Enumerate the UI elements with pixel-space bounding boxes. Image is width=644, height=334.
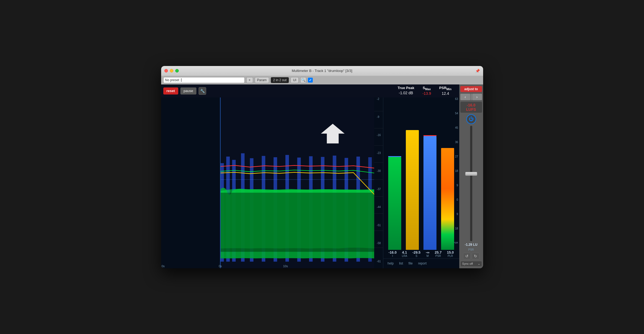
preset-label: No preset (165, 78, 179, 82)
prev-arrow-button[interactable]: ‹ (460, 94, 470, 100)
meters-bars: 63 54 45 36 27 18 9 0 9 18 PSR (383, 97, 459, 250)
preset-select[interactable]: No preset ▲▼ (163, 77, 245, 83)
bar-PLR (441, 148, 454, 250)
val-LRA-number: 4.1 (402, 250, 407, 254)
titlebar: Multimeter B - Track 1 "drumloop" [3/3] … (161, 66, 483, 76)
minimize-button[interactable] (170, 69, 173, 73)
meter-bar-LRA (406, 100, 419, 250)
nav-divider (471, 94, 471, 100)
true-peak-info: True Peak -1.02 dB SMax -13.9 PSRMin 12.… (398, 86, 457, 96)
enable-checkbox[interactable]: ✓ (308, 78, 313, 83)
bar-LRA (406, 130, 419, 250)
val-I-label: I (392, 254, 393, 257)
sync-button[interactable]: Sync off ⌄ (460, 261, 482, 267)
psrmin-block: PSRMin 12.4 (439, 86, 451, 96)
smax-block: SMax -13.9 (422, 86, 431, 96)
right-sidebar: adjust to ‹ › -16.0 LUFS ⏻ -1.29 LU PSR … (459, 84, 483, 268)
psrmin-label: PSRMin (439, 86, 451, 91)
meter-val-LRA: 4.1 LRA (402, 250, 407, 257)
sync-label: Sync off (462, 262, 473, 265)
val-PLR-label: PLR (448, 254, 453, 257)
meter-display: -2 -9 -16 -23 -30 -37 -44 -51 -58 -61 (161, 97, 459, 268)
bar-S (423, 136, 436, 250)
window-title: Multimeter B - Track 1 "drumloop" [3/3] (292, 69, 352, 73)
gain-value: -1.29 LU (465, 243, 477, 247)
redo-button[interactable]: ↻ (472, 253, 479, 259)
traffic-lights (164, 69, 179, 73)
svg-rect-0 (161, 97, 220, 268)
bar-LRA-wrapper (406, 100, 419, 250)
lufs-display: -16.0 LUFS (460, 102, 482, 113)
preset-arrows: ▲▼ (180, 78, 183, 82)
pause-button[interactable]: pause (180, 87, 196, 94)
power-button[interactable]: ⏻ (466, 114, 476, 124)
settings-button[interactable]: 🔧 (199, 87, 206, 95)
main-content: reset pause 🔧 True Peak -1.02 dB SMax -1… (161, 84, 483, 268)
bar-PLR-wrapper (441, 100, 454, 250)
next-arrow-button[interactable]: › (472, 94, 482, 100)
val-S-label: S (416, 254, 417, 257)
main-window: Multimeter B - Track 1 "drumloop" [3/3] … (161, 66, 483, 268)
gain-slider-area (460, 126, 482, 241)
meter-val-PSR: 25.7 PSR (435, 250, 442, 257)
svg-rect-17 (220, 193, 374, 252)
nav-arrows: ‹ › (460, 94, 482, 100)
meter-values-row: -16.0 I 4.1 LRA -29.5 S -∞ (383, 250, 459, 258)
bottom-nav: help list file report (385, 261, 429, 265)
reset-button[interactable]: reset (163, 87, 178, 94)
bar-I-wrapper (388, 100, 401, 250)
bar-I (388, 157, 401, 250)
gain-slider-thumb[interactable] (465, 172, 477, 176)
power-icon: ⏻ (469, 116, 474, 122)
psr-label: PSR (468, 248, 474, 251)
true-peak-label: True Peak (398, 86, 414, 90)
meter-val-S: -29.5 S (412, 250, 420, 257)
param-button[interactable]: Param (255, 77, 269, 83)
waveform-visualization (161, 97, 383, 268)
toolbar: No preset ▲▼ + Param 2 in 2 out UI 🔍 ✓ (161, 76, 483, 84)
add-button[interactable]: + (246, 77, 253, 83)
nav-help[interactable]: help (388, 261, 394, 265)
meter-area: reset pause 🔧 True Peak -1.02 dB SMax -1… (161, 84, 459, 268)
meter-val-M: -∞ M (426, 250, 429, 257)
val-LRA-label: LRA (402, 254, 407, 257)
peak-line-S (423, 135, 436, 136)
val-M-number: -∞ (426, 250, 429, 254)
meter-top-bar: reset pause 🔧 True Peak -1.02 dB SMax -1… (161, 84, 459, 97)
meter-val-I: -16.0 I (388, 250, 397, 257)
maximize-button[interactable] (175, 69, 179, 73)
bar-S-wrapper (423, 100, 436, 250)
time-10s: 10s (283, 264, 288, 268)
meter-bar-PLR (441, 100, 454, 250)
meter-bar-I (388, 100, 401, 250)
psrmin-value: 12.4 (439, 91, 451, 96)
val-M-label: M (426, 254, 429, 257)
close-button[interactable] (164, 69, 168, 73)
val-PSR-number: 25.7 (435, 250, 442, 254)
time-0s-left: 0s (162, 264, 165, 268)
undo-redo-group: ↺ ↻ (460, 253, 482, 259)
undo-button[interactable]: ↺ (463, 253, 471, 259)
search-icon[interactable]: 🔍 (300, 77, 306, 83)
nav-file[interactable]: file (409, 261, 413, 265)
ui-button[interactable]: UI (291, 77, 299, 83)
meter-bar-S (423, 100, 436, 250)
nav-list[interactable]: list (399, 261, 403, 265)
time-0s-right: 0s (219, 264, 222, 268)
smax-value: -13.9 (422, 91, 431, 96)
pin-icon[interactable]: 📌 (475, 69, 480, 73)
gain-slider-track[interactable] (470, 126, 472, 241)
time-labels: 0s 0s 10s (161, 263, 383, 268)
val-I-number: -16.0 (388, 250, 397, 254)
val-PSR-label: PSR (435, 254, 441, 257)
val-PLR-number: 15.0 (447, 250, 454, 254)
adjust-to-button[interactable]: adjust to (460, 86, 482, 92)
val-S-number: -29.5 (412, 250, 420, 254)
true-peak-value: -1.02 dB (398, 90, 414, 96)
meter-val-PLR: 15.0 PLR (447, 250, 454, 257)
bottom-nav-bar: help list file report (383, 259, 459, 268)
smax-label: SMax (422, 86, 431, 91)
sync-arrow-icon: ⌄ (478, 262, 480, 266)
nav-report[interactable]: report (418, 261, 426, 265)
io-display: 2 in 2 out (271, 77, 289, 83)
